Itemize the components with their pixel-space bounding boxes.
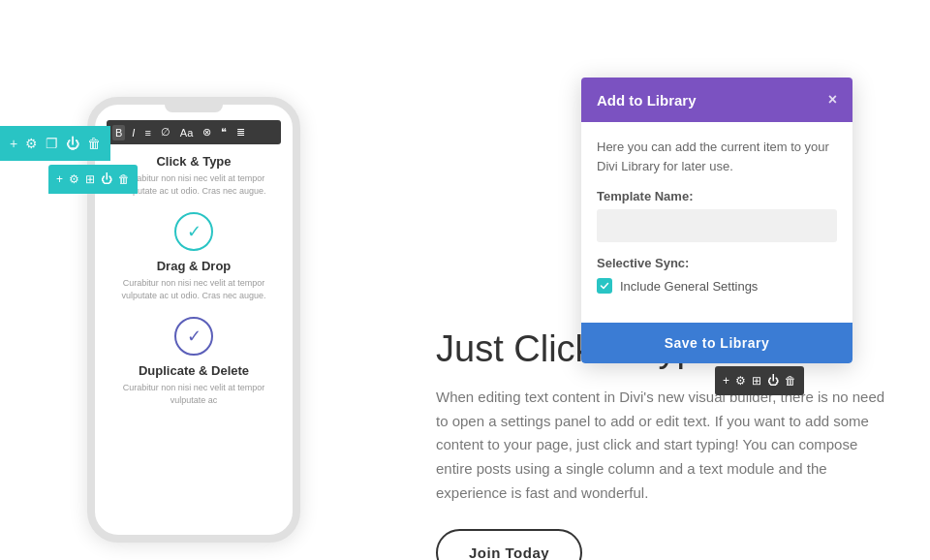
main-description: When editing text content in Divi's new … xyxy=(436,386,891,506)
save-to-library-button[interactable]: Save to Library xyxy=(581,323,852,363)
modal-header: Add to Library × xyxy=(581,78,852,122)
plus-icon[interactable]: + xyxy=(10,136,17,151)
modal-title: Add to Library xyxy=(597,92,697,109)
list-icon[interactable]: ≣ xyxy=(233,124,248,140)
right-content-area: Just Click & Type When editing text cont… xyxy=(436,329,891,560)
power-icon[interactable]: ⏻ xyxy=(767,374,779,388)
plus-icon[interactable]: + xyxy=(56,172,63,186)
layout-icon[interactable]: ⊞ xyxy=(752,374,761,388)
include-general-settings-label: Include General Settings xyxy=(620,279,758,294)
power-icon[interactable]: ⏻ xyxy=(66,136,79,151)
add-to-library-modal: Add to Library × Here you can add the cu… xyxy=(581,78,852,363)
quote-icon[interactable]: ❝ xyxy=(218,124,230,140)
modal-body: Here you can add the current item to you… xyxy=(581,122,852,323)
phone-section-2: Drag & Drop Curabitur non nisi nec velit… xyxy=(107,259,281,301)
check-circle-1: ✓ xyxy=(174,212,213,251)
layout-icon[interactable]: ⊞ xyxy=(85,172,95,186)
phone-section-3: Duplicate & Delete Curabitur non nisi ne… xyxy=(107,363,281,406)
link-icon[interactable]: ⊗ xyxy=(200,124,214,140)
bold-icon[interactable]: B xyxy=(112,125,125,140)
plus-icon[interactable]: + xyxy=(723,374,729,388)
template-name-input[interactable] xyxy=(597,209,837,242)
sync-row: Include General Settings xyxy=(597,278,837,294)
italic-icon[interactable]: I xyxy=(129,125,138,140)
gear-icon[interactable]: ⚙ xyxy=(735,374,746,388)
trash-icon[interactable]: 🗑 xyxy=(87,136,101,151)
trash-icon[interactable]: 🗑 xyxy=(118,172,130,186)
trash-icon[interactable]: 🗑 xyxy=(785,374,796,388)
sync-checkbox[interactable] xyxy=(597,278,612,294)
gear-icon[interactable]: ⚙ xyxy=(69,172,79,186)
join-today-button[interactable]: Join Today xyxy=(436,529,582,560)
section3-desc: Curabitur non nisi nec velit at tempor v… xyxy=(107,382,281,406)
phone-section-toolbar: + ⚙ ⊞ ⏻ 🗑 xyxy=(48,165,138,194)
floating-toolbar: + ⚙ ⊞ ⏻ 🗑 xyxy=(715,366,804,395)
align-icon[interactable]: ≡ xyxy=(141,125,153,140)
modal-description: Here you can add the current item to you… xyxy=(597,138,837,175)
text-editor-toolbar: B I ≡ ∅ Aa ⊗ ❝ ≣ xyxy=(107,120,281,144)
template-name-label: Template Name: xyxy=(597,189,837,203)
power-icon[interactable]: ⏻ xyxy=(101,172,112,186)
font-icon[interactable]: Aa xyxy=(177,125,196,140)
section2-title: Drag & Drop xyxy=(107,259,281,273)
section2-desc: Curabitur non nisi nec velit at tempor v… xyxy=(107,277,281,301)
copy-icon[interactable]: ❐ xyxy=(46,136,58,151)
section3-title: Duplicate & Delete xyxy=(107,363,281,378)
gear-icon[interactable]: ⚙ xyxy=(25,136,38,151)
phone-frame: B I ≡ ∅ Aa ⊗ ❝ ≣ Click & Type Curabitur … xyxy=(87,97,300,543)
check-circle-2: ✓ xyxy=(174,317,213,356)
strikethrough-icon[interactable]: ∅ xyxy=(158,124,173,140)
top-toolbar: + ⚙ ❐ ⏻ 🗑 xyxy=(0,126,110,161)
selective-sync-label: Selective Sync: xyxy=(597,256,837,270)
modal-close-button[interactable]: × xyxy=(828,91,837,109)
